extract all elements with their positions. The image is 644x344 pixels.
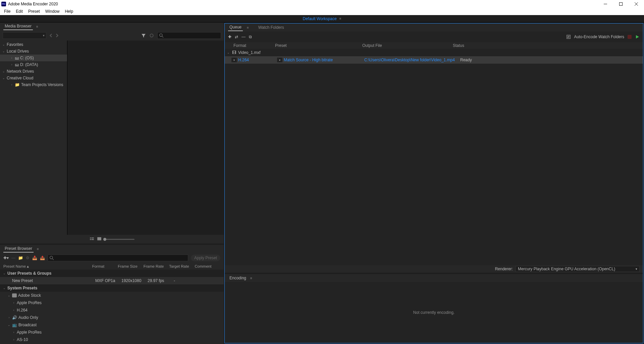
media-browser-footer [0,235,224,244]
tree-favorites[interactable]: ⌄Favorites [0,41,67,48]
stop-queue-button[interactable] [628,35,632,39]
menu-window[interactable]: Window [43,8,62,14]
close-button[interactable] [629,0,644,8]
preset-group-h264[interactable]: ›H.264 [0,306,224,314]
preset-browser-tab[interactable]: Preset Browser [3,245,34,253]
tree-d-drive[interactable]: ›🖴D: (DATA) [0,61,67,68]
drive-icon: 🖴 [15,62,19,67]
queue-item-row[interactable]: ▾ H.264 ▾ Match Source - High bitrate C:… [225,56,643,64]
preset-group-apple-prores-2[interactable]: ›Apple ProRes [0,329,224,336]
media-browser-menu-icon[interactable]: ≡ [36,25,38,28]
svg-line-13 [52,259,54,260]
header-format[interactable]: Format [92,264,118,268]
preset-search[interactable] [48,255,188,261]
export-preset-icon[interactable]: 📤 [40,256,45,260]
tab-queue[interactable]: Queue [228,24,243,31]
header-frame-rate[interactable]: Frame Rate [144,264,169,268]
workspace-bar: Default Workspace ≡ [0,15,644,22]
tree-network-drives[interactable]: ⌄Network Drives [0,68,67,75]
format-dropdown-icon[interactable]: ▾ [231,58,237,62]
tree-label: Network Drives [7,69,34,74]
auto-encode-checkbox[interactable]: ✓ [567,35,571,39]
duplicate-icon[interactable]: ⧉ [249,35,252,39]
view-grid-icon[interactable] [97,237,102,242]
encoding-status-text: Not currently encoding. [413,310,454,315]
preset-browser-menu-icon[interactable]: ≡ [37,247,39,251]
filter-icon[interactable] [141,33,146,38]
header-format[interactable]: Format [231,43,275,48]
maximize-button[interactable] [613,0,629,8]
tree-label: C: (OS) [20,56,34,60]
renderer-dropdown[interactable]: Mercury Playback Engine GPU Acceleration… [516,266,640,272]
start-queue-button[interactable] [635,35,640,39]
tree-local-drives[interactable]: ⌄Local Drives [0,48,67,55]
preset-group-adobe-stock[interactable]: ⌄Adobe Stock [0,292,224,299]
preset-group-apple-prores-1[interactable]: ›Apple ProRes [0,299,224,306]
queue-source-row[interactable]: ⌄ 🎞 Video_1.mxf [225,49,643,56]
sort-asc-icon: ▴ [27,264,29,268]
app-icon: Me [1,2,6,6]
zoom-slider[interactable] [104,239,135,240]
add-source-icon[interactable]: ✚ [228,35,231,39]
item-preset[interactable]: Match Source - High bitrate [284,58,333,62]
preset-group-audio-only[interactable]: ›🔊Audio Only [0,314,224,321]
header-target-rate[interactable]: Target Rate [169,264,195,268]
chevron-down-icon: ⌄ [227,51,230,54]
preset-group-system[interactable]: ⌄System Presets [0,284,224,292]
preset-row-new-preset[interactable]: New Preset MXF OP1a 1920x1080 29.97 fps … [0,277,224,284]
nav-back-icon[interactable] [49,33,54,38]
media-browser-search[interactable] [157,32,221,39]
item-format[interactable]: H.264 [238,58,249,62]
preset-group-as10[interactable]: ›AS-10 [0,336,224,343]
apply-preset-button[interactable]: Apply Preset [191,255,220,261]
queue-menu-icon[interactable]: ≡ [247,26,249,29]
encoding-menu-icon[interactable]: ≡ [250,276,252,280]
nav-forward-icon[interactable] [54,33,59,38]
ingest-icon[interactable] [149,33,154,38]
svg-rect-11 [97,237,101,240]
header-comment[interactable]: Comment [195,264,220,268]
header-output[interactable]: Output File [362,43,453,48]
menu-help[interactable]: Help [62,8,76,14]
search-icon [49,256,54,260]
tab-watch-folders[interactable]: Watch Folders [257,24,285,31]
preset-browser-panel: Preset Browser ≡ ✚▾ — 📁 ⚙ 📥 📤 Apply Pres… [0,244,224,344]
encoding-header: Encoding ≡ [225,274,643,282]
preset-group-user[interactable]: ⌄User Presets & Groups [0,270,224,277]
view-list-icon[interactable] [90,237,94,242]
add-preset-icon[interactable]: ✚▾ [3,256,9,260]
preset-settings-icon[interactable]: ⚙ [26,256,30,260]
media-browser-path-dropdown[interactable]: ▾ [3,32,46,39]
header-status[interactable]: Status [453,43,636,48]
header-frame-size[interactable]: Frame Size [118,264,143,268]
new-group-icon[interactable]: 📁 [18,256,23,260]
tree-c-drive[interactable]: ›🖴C: (OS) [0,55,67,61]
queue-headers: Format Preset Output File Status [225,42,643,49]
preset-dropdown-icon[interactable]: ▾ [277,58,282,62]
add-output-icon[interactable]: ⇄ [235,35,238,39]
group-label: H.264 [17,308,28,313]
header-preset[interactable]: Preset [275,43,362,48]
remove-preset-icon[interactable]: — [11,256,15,260]
menu-file[interactable]: File [1,8,13,14]
import-preset-icon[interactable]: 📥 [32,256,37,260]
media-browser-tab[interactable]: Media Browser [3,23,33,30]
chevron-right-icon: › [12,308,15,312]
tree-creative-cloud[interactable]: ⌄Creative Cloud [0,75,67,81]
workspace-label[interactable]: Default Workspace [303,16,337,21]
workspace-menu-icon[interactable]: ≡ [339,17,341,20]
encoding-tab[interactable]: Encoding [228,275,248,281]
media-browser-content[interactable] [67,41,224,235]
item-output[interactable]: C:\Users\Olivera\Desktop\New folder\Vide… [364,58,455,62]
minimize-button[interactable] [598,0,613,8]
svg-point-12 [50,256,53,259]
remove-icon[interactable]: — [241,35,246,39]
chevron-right-icon: › [7,316,11,319]
tree-team-projects[interactable]: ›📁Team Projects Versions [0,81,67,88]
menu-preset[interactable]: Preset [25,8,43,14]
menu-edit[interactable]: Edit [13,8,25,14]
preset-target-rate: - [174,278,200,283]
queue-panel: Queue ≡ Watch Folders ✚ ⇄ — ⧉ ✓ Auto-Enc… [225,23,643,273]
preset-group-broadcast[interactable]: ⌄📺Broadcast [0,321,224,329]
header-preset-name[interactable]: Preset Name ▴ [3,264,92,269]
